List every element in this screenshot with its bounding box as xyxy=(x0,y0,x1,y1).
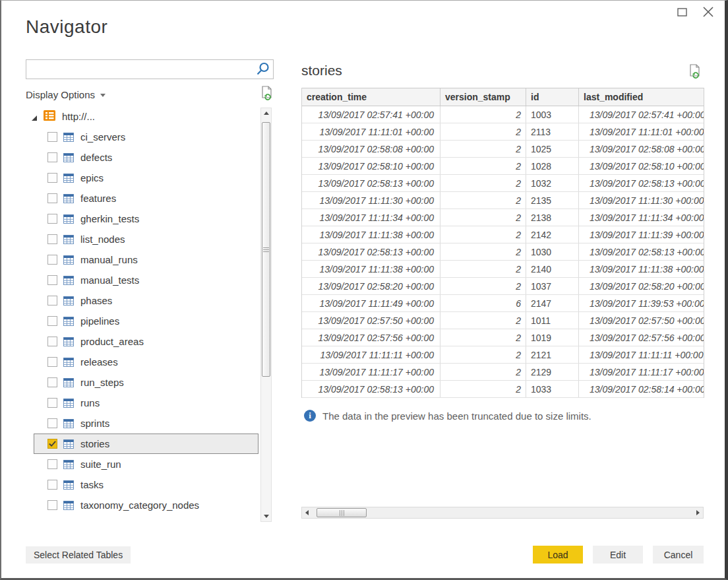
checkbox[interactable] xyxy=(47,377,57,387)
table-icon xyxy=(63,480,74,490)
tree-item[interactable]: pipelines xyxy=(34,311,258,331)
scroll-right-arrow[interactable] xyxy=(693,507,703,518)
display-options-dropdown[interactable]: Display Options xyxy=(26,89,95,100)
load-button[interactable]: Load xyxy=(533,546,583,564)
tree-item[interactable]: phases xyxy=(34,290,258,311)
table-row: 13/09/2017 11:11:30 +00:00 2 2135 13/09/… xyxy=(302,192,704,209)
tree-item-label: manual_runs xyxy=(80,254,138,265)
checkbox[interactable] xyxy=(47,357,57,367)
tree-item[interactable]: releases xyxy=(34,352,258,372)
checkbox[interactable] xyxy=(47,500,57,510)
tree-item[interactable]: gherkin_tests xyxy=(34,209,258,229)
checkbox[interactable] xyxy=(47,132,57,142)
maximize-button[interactable] xyxy=(673,6,690,20)
table-row: 13/09/2017 02:58:08 +00:00 2 1025 13/09/… xyxy=(302,141,704,158)
checkbox[interactable] xyxy=(47,152,57,162)
cell-creation-time: 13/09/2017 11:11:49 +00:00 xyxy=(302,295,440,311)
cell-version-stamp: 6 xyxy=(440,295,526,311)
tree-item[interactable]: stories xyxy=(34,434,258,454)
edit-button[interactable]: Edit xyxy=(593,546,643,564)
column-header-creation-time: creation_time xyxy=(302,88,440,106)
table-icon xyxy=(63,194,74,203)
table-row: 13/09/2017 02:58:13 +00:00 2 1030 13/09/… xyxy=(302,243,704,261)
tree-item-label: defects xyxy=(80,152,112,163)
scroll-left-arrow[interactable] xyxy=(302,507,312,518)
tree-item[interactable]: features xyxy=(34,188,258,209)
table-icon xyxy=(63,439,74,449)
tree-item[interactable]: sprints xyxy=(34,413,258,434)
cell-id: 1025 xyxy=(526,141,579,157)
checkbox[interactable] xyxy=(47,193,57,203)
maximize-icon xyxy=(677,7,687,19)
tree-item-label: ci_servers xyxy=(80,131,125,143)
table-row: 13/09/2017 02:58:13 +00:00 2 1032 13/09/… xyxy=(302,175,704,192)
checkbox[interactable] xyxy=(47,214,57,224)
tree-item[interactable]: epics xyxy=(34,168,258,188)
search-icon[interactable] xyxy=(255,61,270,77)
tree-item-label: tasks xyxy=(80,479,104,490)
tree-item[interactable]: defects xyxy=(34,147,258,168)
cell-id: 1037 xyxy=(526,278,579,294)
refresh-tree-icon[interactable] xyxy=(260,86,274,104)
tree-item[interactable]: suite_run xyxy=(34,454,258,474)
tree-root[interactable]: http://... xyxy=(26,106,260,127)
scroll-up-arrow[interactable] xyxy=(261,108,271,118)
tree-item-label: epics xyxy=(80,172,104,183)
tree-item[interactable]: taxonomy_category_nodes xyxy=(34,495,258,515)
refresh-preview-icon[interactable] xyxy=(688,64,702,82)
select-related-tables-button[interactable]: Select Related Tables xyxy=(26,546,131,564)
cell-last-modified: 13/09/2017 11:11:01 +00:00 xyxy=(579,123,704,140)
checkbox[interactable] xyxy=(47,459,57,469)
checkbox[interactable] xyxy=(47,296,57,306)
tree-item[interactable]: runs xyxy=(34,393,258,413)
tree-item[interactable]: ci_servers xyxy=(34,127,258,147)
checkbox[interactable] xyxy=(47,398,57,408)
preview-horizontal-scrollbar[interactable] xyxy=(301,507,704,519)
cell-id: 1032 xyxy=(526,175,579,191)
tree-item-label: product_areas xyxy=(80,336,144,347)
cell-last-modified: 13/09/2017 11:11:39 +00:00 xyxy=(579,226,704,243)
table-icon xyxy=(63,358,74,367)
checkbox[interactable] xyxy=(47,337,57,346)
tree-item[interactable]: manual_tests xyxy=(34,270,258,290)
tree-item[interactable]: product_areas xyxy=(34,331,258,352)
checkbox[interactable] xyxy=(47,173,57,183)
cell-id: 1011 xyxy=(526,312,579,329)
collapse-triangle-icon[interactable] xyxy=(30,113,38,121)
tree-item[interactable]: manual_runs xyxy=(34,249,258,270)
tree-item[interactable]: tasks xyxy=(34,474,258,495)
cell-creation-time: 13/09/2017 11:11:38 +00:00 xyxy=(302,226,440,243)
checkbox[interactable] xyxy=(47,275,57,285)
cell-last-modified: 13/09/2017 02:58:10 +00:00 xyxy=(579,158,704,174)
table-row: 13/09/2017 02:58:13 +00:00 2 1033 13/09/… xyxy=(302,381,704,398)
close-button[interactable] xyxy=(700,6,717,20)
table-row: 13/09/2017 11:11:17 +00:00 2 2129 13/09/… xyxy=(302,364,704,381)
checkbox[interactable] xyxy=(47,439,57,449)
table-row: 13/09/2017 11:11:01 +00:00 2 2113 13/09/… xyxy=(302,123,704,141)
checkbox[interactable] xyxy=(47,418,57,428)
checkbox[interactable] xyxy=(47,234,57,244)
tree-item-label: phases xyxy=(80,295,112,306)
cell-creation-time: 13/09/2017 02:57:50 +00:00 xyxy=(302,312,440,329)
checkbox[interactable] xyxy=(47,316,57,326)
cell-creation-time: 13/09/2017 11:11:30 +00:00 xyxy=(302,192,440,209)
scroll-down-arrow[interactable] xyxy=(261,511,271,521)
table-icon xyxy=(63,214,74,224)
table-icon xyxy=(63,419,74,428)
checkbox[interactable] xyxy=(47,480,57,490)
checkbox[interactable] xyxy=(47,255,57,265)
search-input[interactable] xyxy=(26,60,255,79)
tree-item-label: run_steps xyxy=(80,377,124,388)
cell-last-modified: 13/09/2017 11:11:11 +00:00 xyxy=(579,346,704,363)
scrollbar-thumb[interactable] xyxy=(317,508,367,517)
tree-item[interactable]: run_steps xyxy=(34,372,258,393)
scrollbar-thumb[interactable] xyxy=(262,122,270,377)
table-row: 13/09/2017 02:58:10 +00:00 2 1028 13/09/… xyxy=(302,158,704,175)
cell-last-modified: 13/09/2017 11:11:30 +00:00 xyxy=(579,192,704,209)
cell-creation-time: 13/09/2017 02:58:10 +00:00 xyxy=(302,158,440,174)
cancel-button[interactable]: Cancel xyxy=(653,546,704,564)
cell-creation-time: 13/09/2017 02:58:13 +00:00 xyxy=(302,381,440,397)
tables-tree: http://... ci_servers xyxy=(26,106,260,522)
tree-vertical-scrollbar[interactable] xyxy=(260,108,272,522)
tree-item[interactable]: list_nodes xyxy=(34,229,258,249)
